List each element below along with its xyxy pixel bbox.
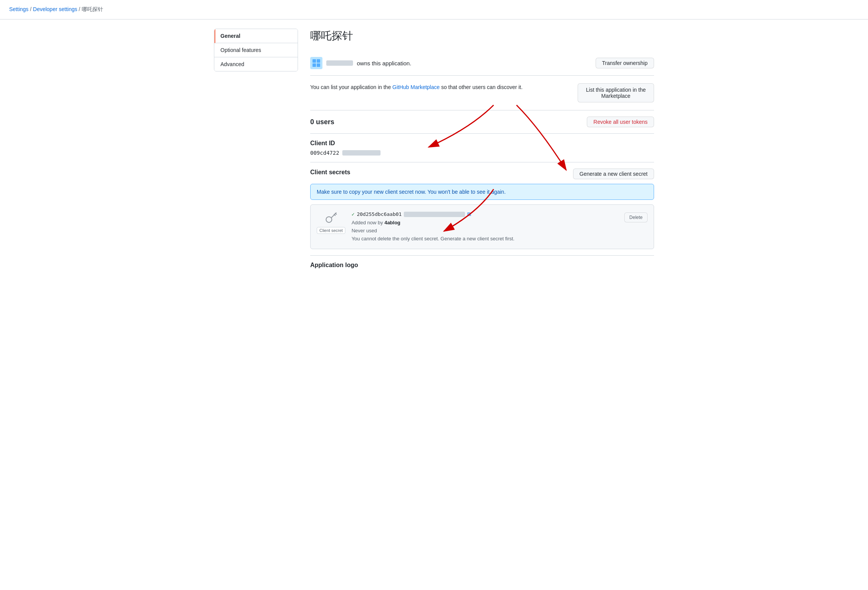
- sidebar-item-general[interactable]: General: [214, 29, 298, 43]
- sidebar-item-advanced[interactable]: Advanced: [214, 57, 298, 71]
- secret-user: 4ablog: [384, 220, 400, 225]
- client-id-section: Client ID 009cd4722: [310, 133, 654, 162]
- marketplace-row: You can list your application in the Git…: [310, 75, 654, 110]
- secret-card: Client secret ✓ 20d255dbc6aab01 ⧉ Added …: [310, 204, 654, 249]
- key-icon-wrap: Client secret: [317, 211, 345, 234]
- sidebar-nav: General Optional features Advanced: [214, 29, 298, 71]
- key-icon: [324, 211, 338, 225]
- list-marketplace-button[interactable]: List this application in theMarketplace: [578, 83, 654, 102]
- transfer-ownership-button[interactable]: Transfer ownership: [596, 58, 654, 68]
- main-content: 哪吒探针 owns this application. Transfer own…: [310, 29, 654, 278]
- sidebar: General Optional features Advanced: [214, 29, 298, 278]
- owner-text: owns this application.: [357, 60, 411, 66]
- client-secrets-label: Client secrets: [310, 169, 350, 176]
- marketplace-description: You can list your application in the Git…: [310, 83, 523, 91]
- secret-info: ✓ 20d255dbc6aab01 ⧉ Added now by 4ablog …: [351, 211, 618, 243]
- app-logo-section: Application logo: [310, 255, 654, 278]
- users-row: 0 users Revoke all user tokens: [310, 110, 654, 133]
- copy-icon[interactable]: ⧉: [467, 211, 471, 217]
- secret-value-blurred: [404, 212, 465, 217]
- users-count: 0 users: [310, 118, 334, 126]
- github-marketplace-link[interactable]: GitHub Marketplace: [392, 84, 440, 90]
- breadcrumb-app-name: 哪吒探针: [82, 6, 103, 12]
- secret-meta: Added now by 4ablog Never used You canno…: [351, 219, 618, 243]
- page-title: 哪吒探针: [310, 29, 654, 43]
- app-logo-label: Application logo: [310, 262, 654, 269]
- secret-used: Never used: [351, 228, 377, 233]
- client-secret-badge: Client secret: [317, 227, 345, 234]
- secret-value: ✓ 20d255dbc6aab01 ⧉: [351, 211, 618, 217]
- generate-secret-button[interactable]: Generate a new client secret: [573, 169, 654, 179]
- sidebar-item-optional-features[interactable]: Optional features: [214, 43, 298, 57]
- breadcrumb-developer-settings[interactable]: Developer settings: [33, 6, 77, 12]
- secret-info-box: Make sure to copy your new client secret…: [310, 184, 654, 200]
- breadcrumb-settings[interactable]: Settings: [9, 6, 29, 12]
- owner-info: owns this application.: [310, 57, 411, 69]
- owner-row: owns this application. Transfer ownershi…: [310, 51, 654, 75]
- secret-delete: Delete: [624, 211, 648, 222]
- revoke-tokens-button[interactable]: Revoke all user tokens: [587, 117, 654, 127]
- owner-username-blurred: [326, 60, 353, 66]
- delete-button[interactable]: Delete: [624, 212, 648, 222]
- client-secrets-section: Client secrets Generate a new client sec…: [310, 162, 654, 255]
- client-id-value: 009cd4722: [310, 150, 654, 156]
- svg-point-0: [326, 217, 332, 222]
- breadcrumb: Settings / Developer settings / 哪吒探针: [0, 0, 868, 19]
- secret-warning: You cannot delete the only client secret…: [351, 236, 515, 242]
- secrets-header: Client secrets Generate a new client sec…: [310, 169, 654, 179]
- avatar: [310, 57, 322, 69]
- client-id-label: Client ID: [310, 140, 654, 147]
- client-id-blurred: [342, 150, 381, 156]
- check-icon: ✓: [351, 211, 355, 217]
